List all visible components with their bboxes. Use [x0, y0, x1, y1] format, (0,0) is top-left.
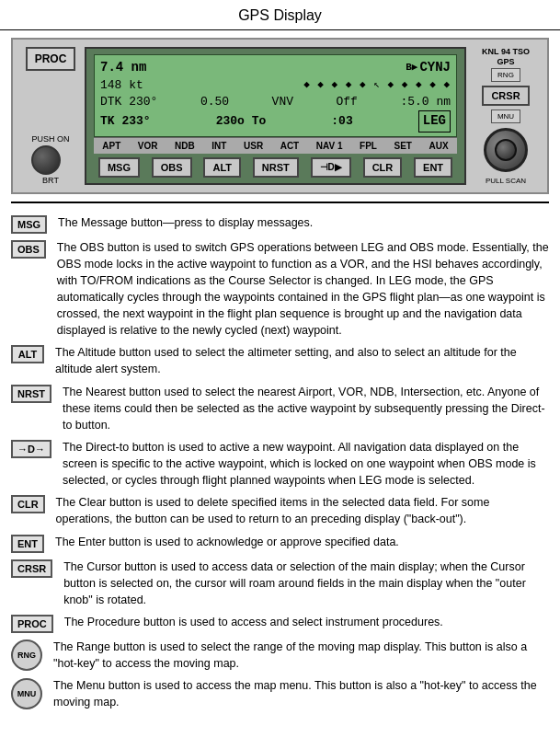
tab-nav1[interactable]: NAV 1: [314, 140, 346, 152]
legend-badge-mnu: MNU: [11, 678, 42, 709]
dist-value: :5.0 nm: [400, 94, 451, 110]
legend-item: MSG The Message button—press to display …: [11, 214, 549, 234]
legend-badge-crsr: CRSR: [11, 559, 52, 578]
inner-knob[interactable]: [495, 139, 517, 161]
xtrack-value: 0.50: [200, 94, 229, 110]
display-row-3: DTK 230° 0.50 VNV Off :5.0 nm: [100, 94, 451, 110]
display-screen: 7.4 nm B▶ CYNJ 148 kt ◆ ◆ ◆ ◆ ◆ ↖ ◆ ◆ ◆ …: [94, 54, 457, 137]
legend-text: The Enter button is used to acknowledge …: [55, 534, 549, 550]
brt-label: BRT: [31, 176, 69, 185]
legend-item: MNU The Menu button is used to access th…: [11, 677, 549, 710]
legend-item: OBS The OBS button is used to switch GPS…: [11, 239, 549, 340]
bearing-to: 230o To: [216, 113, 267, 130]
legend-text: The Altitude button used to select the a…: [55, 344, 549, 377]
dto-button[interactable]: ⊣D▶: [311, 157, 351, 178]
pull-scan-label: PULL SCAN: [486, 177, 526, 185]
legend-badge-rng: RNG: [11, 640, 42, 671]
dtk-value: DTK 230°: [100, 94, 157, 110]
vnv-off: Off: [337, 94, 358, 110]
outer-knob[interactable]: [484, 128, 528, 172]
legend-section: MSG The Message button—press to display …: [0, 207, 560, 719]
tab-ndb[interactable]: NDB: [172, 140, 198, 152]
legend-text: The Cursor button is used to access data…: [63, 559, 549, 608]
clr-button[interactable]: CLR: [363, 157, 403, 178]
dest-value: B▶ CYNJ: [406, 59, 451, 77]
display-row-2: 148 kt ◆ ◆ ◆ ◆ ◆ ↖ ◆ ◆ ◆ ◆ ◆: [100, 77, 451, 94]
proc-button[interactable]: PROC: [26, 47, 76, 71]
gps-unit: PROC PUSH ON BRT 7.4 nm B▶ CYNJ 148 kt ◆…: [11, 38, 549, 194]
legend-item: NRST The Nearest button used to select t…: [11, 384, 549, 433]
legend-badge-msg: MSG: [11, 215, 47, 234]
vnv-label: VNV: [272, 94, 293, 110]
crsr-button[interactable]: CRSR: [482, 86, 529, 106]
tab-apt[interactable]: APT: [99, 140, 123, 152]
ground-speed: 148 kt: [100, 77, 143, 94]
left-panel: PROC PUSH ON BRT: [20, 47, 85, 185]
legend-text: The OBS button is used to switch GPS ope…: [57, 239, 549, 340]
dest-arrow: B▶: [406, 61, 417, 75]
legend-item: ALT The Altitude button used to select t…: [11, 344, 549, 377]
page-title: GPS Display: [0, 0, 560, 30]
nrst-button[interactable]: NRST: [253, 157, 299, 178]
legend-badge-nrst: NRST: [11, 385, 51, 403]
mnu-button[interactable]: MNU: [491, 109, 520, 123]
legend-badge-obs: OBS: [11, 240, 46, 259]
legend-item: CRSR The Cursor button is used to access…: [11, 559, 549, 608]
legend-text: The Range button is used to select the r…: [53, 639, 549, 672]
legend-badge-proc: PROC: [11, 615, 53, 633]
tab-int[interactable]: INT: [209, 140, 229, 152]
legend-text: The Direct-to button is used to active a…: [63, 439, 549, 489]
legend-item: PROC The Procedure button is used to acc…: [11, 614, 549, 633]
legend-badge-alt: ALT: [11, 345, 44, 363]
ent-button[interactable]: ENT: [414, 157, 452, 178]
tab-usr[interactable]: USR: [241, 140, 266, 152]
legend-badge-ent: ENT: [11, 535, 44, 553]
legend-item: CLR The Clear button is used to delete s…: [11, 494, 549, 527]
legend-text: The Menu button is used to access the ma…: [53, 677, 549, 710]
distance-value: 7.4 nm: [100, 59, 146, 77]
brt-knob[interactable]: [31, 145, 61, 175]
msg-button[interactable]: MSG: [98, 157, 140, 178]
legend-badge-→d→: →D→: [11, 440, 51, 458]
legend-text: The Procedure button is used to access a…: [64, 614, 549, 630]
tab-act[interactable]: ACT: [278, 140, 303, 152]
dest-id: CYNJ: [419, 59, 451, 77]
legend-text: The Message button—press to display mess…: [58, 214, 549, 231]
legend-item: RNG The Range button is used to select t…: [11, 639, 549, 672]
leg-label: LEG: [418, 110, 451, 133]
nav-tabs: APT VOR NDB INT USR ACT NAV 1 FPL SET AU…: [94, 137, 457, 154]
alt-button[interactable]: ALT: [203, 157, 241, 178]
tab-set[interactable]: SET: [392, 140, 415, 152]
main-display: 7.4 nm B▶ CYNJ 148 kt ◆ ◆ ◆ ◆ ◆ ↖ ◆ ◆ ◆ …: [85, 47, 466, 185]
knl-label: KNL 94 TSO GPS: [482, 47, 530, 67]
ete-value: :03: [331, 113, 352, 130]
push-on-label: PUSH ON: [31, 134, 69, 144]
tk-value: TK 233°: [100, 113, 151, 130]
tab-vor[interactable]: VOR: [135, 140, 161, 152]
tab-fpl[interactable]: FPL: [357, 140, 380, 152]
divider: [11, 202, 549, 203]
right-panel: KNL 94 TSO GPS RNG CRSR MNU PULL SCAN: [466, 47, 540, 185]
rng-button[interactable]: RNG: [491, 68, 520, 82]
bottom-buttons: MSG OBS ALT NRST ⊣D▶ CLR ENT: [94, 157, 457, 178]
cdi-dots: ◆ ◆ ◆ ◆ ◆ ↖ ◆ ◆ ◆ ◆ ◆: [303, 78, 451, 92]
legend-text: The Clear button is used to delete speci…: [56, 494, 549, 527]
legend-text: The Nearest button used to select the ne…: [63, 384, 549, 433]
tab-aux[interactable]: AUX: [427, 140, 451, 152]
legend-badge-clr: CLR: [11, 495, 45, 513]
display-row-4: TK 233° 230o To :03 LEG: [100, 110, 451, 133]
legend-item: ENT The Enter button is used to acknowle…: [11, 534, 549, 553]
obs-button[interactable]: OBS: [152, 157, 192, 178]
legend-item: →D→ The Direct-to button is used to acti…: [11, 439, 549, 489]
display-row-1: 7.4 nm B▶ CYNJ: [100, 59, 451, 77]
